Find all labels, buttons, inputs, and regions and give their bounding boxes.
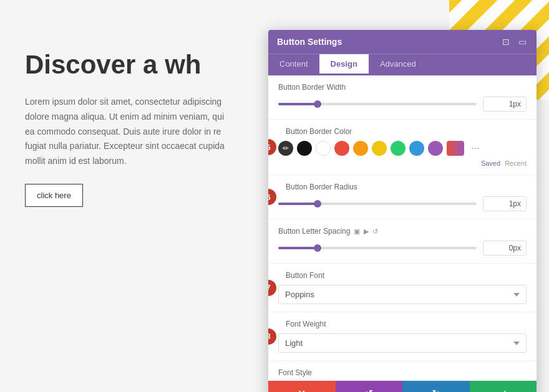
color-swatch-yellow[interactable] bbox=[372, 141, 387, 156]
border-color-section: 5 Button Border Color ✏ ··· Saved bbox=[268, 120, 537, 175]
color-picker-button[interactable]: ✏ bbox=[278, 141, 293, 156]
border-radius-row: 1px bbox=[278, 196, 527, 211]
letter-spacing-slider[interactable] bbox=[278, 247, 477, 249]
color-swatch-purple[interactable] bbox=[428, 141, 443, 156]
page-content: Discover a wh Lorem ipsum dolor sit amet… bbox=[25, 50, 287, 207]
saved-recent-row: Saved Recent bbox=[481, 160, 527, 167]
reset-icon: ↺ bbox=[365, 388, 373, 393]
letter-spacing-label: Button Letter Spacing bbox=[278, 227, 350, 236]
confirm-icon: ✓ bbox=[499, 388, 507, 393]
panel-dock-icon[interactable]: ▭ bbox=[517, 36, 528, 47]
arrow-icon[interactable]: ▶ bbox=[364, 227, 369, 236]
color-swatch-gradient[interactable] bbox=[447, 141, 464, 156]
border-radius-label: Button Border Radius bbox=[286, 183, 527, 191]
tab-design[interactable]: Design bbox=[319, 54, 369, 75]
color-swatch-red[interactable] bbox=[334, 141, 349, 156]
letter-spacing-section: Button Letter Spacing ▣ ▶ ↺ 0px bbox=[268, 219, 537, 264]
button-font-label: Button Font bbox=[286, 271, 527, 280]
color-swatch-black[interactable] bbox=[297, 141, 312, 156]
color-more-button[interactable]: ··· bbox=[468, 141, 483, 156]
cancel-icon: ✕ bbox=[298, 388, 306, 393]
reset-button[interactable]: ↺ bbox=[336, 381, 403, 392]
panel-tabs: Content Design Advanced bbox=[268, 54, 537, 75]
font-style-section: Font Style I TT Tr U S bbox=[268, 361, 537, 381]
color-swatch-blue[interactable] bbox=[409, 141, 424, 156]
page-body-text: Lorem ipsum dolor sit amet, consectetur … bbox=[25, 95, 287, 169]
panel-footer: ✕ ↺ ↻ ✓ bbox=[268, 381, 537, 392]
border-radius-section: 6 Button Border Radius 1px bbox=[268, 175, 537, 219]
border-width-section: Button Border Width 1px bbox=[268, 75, 537, 120]
letter-spacing-label-row: Button Letter Spacing ▣ ▶ ↺ bbox=[278, 227, 527, 236]
panel-body: Button Border Width 1px 5 Button Border … bbox=[268, 75, 537, 381]
border-width-row: 1px bbox=[278, 97, 527, 112]
badge-8: 8 bbox=[268, 328, 276, 345]
font-weight-label: Font Weight bbox=[286, 320, 527, 328]
panel-expand-icon[interactable]: ⊡ bbox=[500, 36, 512, 47]
color-swatch-green[interactable] bbox=[391, 141, 406, 156]
color-swatch-orange[interactable] bbox=[353, 141, 368, 156]
tab-advanced[interactable]: Advanced bbox=[369, 54, 427, 75]
panel-title: Button Settings bbox=[277, 37, 342, 47]
settings-panel: Button Settings ⊡ ▭ Content Design Advan… bbox=[268, 30, 537, 392]
panel-header: Button Settings ⊡ ▭ bbox=[268, 30, 537, 54]
border-radius-slider[interactable] bbox=[278, 203, 477, 205]
letter-spacing-value[interactable]: 0px bbox=[483, 241, 527, 256]
recent-label[interactable]: Recent bbox=[505, 160, 527, 167]
letter-spacing-slider-container bbox=[278, 247, 477, 249]
border-width-value[interactable]: 1px bbox=[483, 97, 527, 112]
pencil-icon: ✏ bbox=[283, 144, 289, 153]
reset-icon[interactable]: ↺ bbox=[372, 227, 378, 236]
border-radius-value[interactable]: 1px bbox=[483, 196, 527, 211]
color-swatch-white[interactable] bbox=[316, 141, 331, 156]
letter-spacing-thumb[interactable] bbox=[314, 244, 321, 252]
redo-icon: ↻ bbox=[432, 388, 440, 393]
letter-spacing-row: 0px bbox=[278, 241, 527, 256]
font-weight-section: 8 Font Weight Light Regular Bold Extra B… bbox=[268, 312, 537, 361]
link-icon[interactable]: ▣ bbox=[354, 227, 360, 236]
border-width-label: Button Border Width bbox=[278, 83, 527, 92]
button-font-section: 7 Button Font Poppins Arial Georgia Robo… bbox=[268, 264, 537, 312]
border-width-thumb[interactable] bbox=[314, 100, 321, 108]
color-swatch-row: ✏ ··· Saved Recent bbox=[278, 141, 527, 167]
border-color-label: Button Border Color bbox=[286, 127, 527, 136]
confirm-button[interactable]: ✓ bbox=[470, 381, 537, 392]
cancel-button[interactable]: ✕ bbox=[268, 381, 336, 392]
font-select[interactable]: Poppins Arial Georgia Roboto bbox=[278, 285, 527, 304]
click-here-button[interactable]: click here bbox=[25, 184, 83, 207]
panel-header-icons: ⊡ ▭ bbox=[500, 36, 528, 47]
badge-7: 7 bbox=[268, 280, 276, 296]
border-width-slider-container bbox=[278, 103, 477, 105]
badge-5: 5 bbox=[268, 139, 276, 155]
border-radius-slider-container bbox=[278, 203, 477, 205]
font-weight-select[interactable]: Light Regular Bold Extra Bold bbox=[278, 333, 527, 353]
font-style-label: Font Style bbox=[278, 368, 527, 377]
border-width-slider[interactable] bbox=[278, 103, 477, 105]
page-title: Discover a wh bbox=[25, 50, 287, 80]
saved-label[interactable]: Saved bbox=[481, 160, 500, 167]
badge-6: 6 bbox=[268, 189, 276, 205]
border-radius-thumb[interactable] bbox=[314, 200, 321, 208]
tab-content[interactable]: Content bbox=[268, 54, 319, 75]
redo-button[interactable]: ↻ bbox=[402, 381, 470, 392]
